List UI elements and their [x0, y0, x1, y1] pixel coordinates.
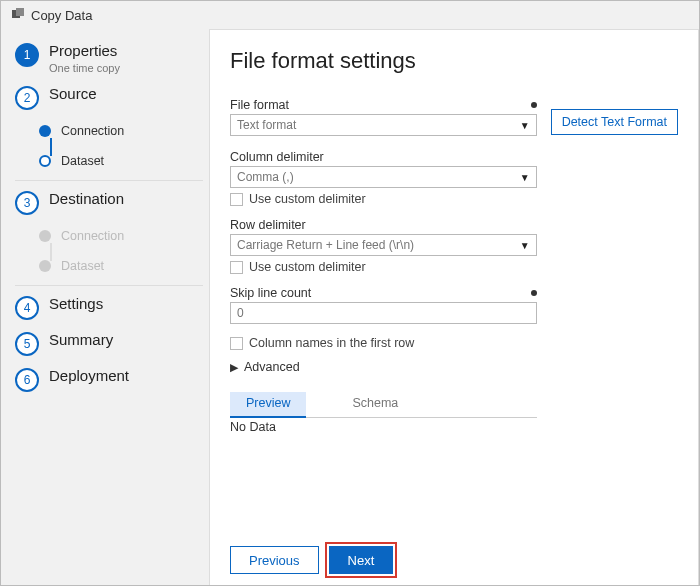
checkbox-box-icon: [230, 337, 243, 350]
step-number-icon: 3: [15, 191, 39, 215]
step-destination[interactable]: 3 Destination: [9, 185, 209, 221]
wizard-footer: Previous Next: [230, 530, 678, 574]
substep-destination-dataset: Dataset: [33, 251, 209, 281]
substep-label: Dataset: [61, 154, 104, 168]
tab-schema[interactable]: Schema: [336, 392, 414, 417]
substep-dot-icon: [39, 230, 51, 242]
row-delimiter-select[interactable]: Carriage Return + Line feed (\r\n) ▼: [230, 234, 537, 256]
row-delimiter-label: Row delimiter: [230, 218, 306, 232]
file-format-select[interactable]: Text format ▼: [230, 114, 537, 136]
checkbox-box-icon: [230, 261, 243, 274]
substep-source-connection[interactable]: Connection: [33, 116, 209, 146]
substep-label: Dataset: [61, 259, 104, 273]
skip-line-input[interactable]: 0: [230, 302, 537, 324]
no-data-message: No Data: [230, 420, 537, 434]
advanced-label: Advanced: [244, 360, 300, 374]
step-properties[interactable]: 1 Properties One time copy: [9, 37, 209, 80]
step-number-icon: 6: [15, 368, 39, 392]
file-format-value: Text format: [237, 118, 296, 132]
wizard-sidebar: 1 Properties One time copy 2 Source Conn…: [1, 29, 209, 586]
skip-line-label: Skip line count: [230, 286, 311, 300]
svg-rect-1: [16, 8, 24, 16]
tab-preview[interactable]: Preview: [230, 392, 306, 418]
step-number-icon: 2: [15, 86, 39, 110]
substep-dot-icon: [39, 260, 51, 272]
result-tabs: Preview Schema: [230, 392, 537, 418]
info-icon[interactable]: [531, 290, 537, 296]
title-bar: Copy Data: [1, 1, 699, 29]
skip-line-value: 0: [237, 306, 244, 320]
step-number-icon: 1: [15, 43, 39, 67]
step-label: Settings: [49, 296, 103, 313]
chevron-down-icon: ▼: [520, 172, 530, 183]
step-number-icon: 5: [15, 332, 39, 356]
substep-dot-icon: [39, 125, 51, 137]
substep-label: Connection: [61, 229, 124, 243]
substep-dot-icon: [39, 155, 51, 167]
app-title: Copy Data: [31, 8, 92, 23]
checkbox-label: Column names in the first row: [249, 336, 414, 350]
column-delimiter-label: Column delimiter: [230, 150, 324, 164]
info-icon[interactable]: [531, 102, 537, 108]
step-settings[interactable]: 4 Settings: [9, 290, 209, 326]
checkbox-label: Use custom delimiter: [249, 260, 366, 274]
file-format-label: File format: [230, 98, 289, 112]
column-delimiter-select[interactable]: Comma (,) ▼: [230, 166, 537, 188]
step-label: Properties: [49, 43, 120, 60]
detect-text-format-button[interactable]: Detect Text Format: [551, 109, 678, 135]
caret-right-icon: ▶: [230, 361, 238, 374]
previous-button[interactable]: Previous: [230, 546, 319, 574]
step-label: Destination: [49, 191, 124, 208]
column-delimiter-value: Comma (,): [237, 170, 294, 184]
step-deployment[interactable]: 6 Deployment: [9, 362, 209, 398]
copy-data-icon: [11, 7, 25, 23]
chevron-down-icon: ▼: [520, 120, 530, 131]
chevron-down-icon: ▼: [520, 240, 530, 251]
substep-label: Connection: [61, 124, 124, 138]
row-custom-delimiter-checkbox[interactable]: Use custom delimiter: [230, 260, 537, 274]
main-panel: File format settings File format Text fo…: [209, 29, 699, 586]
step-label: Source: [49, 86, 97, 103]
page-title: File format settings: [230, 48, 678, 74]
first-row-names-checkbox[interactable]: Column names in the first row: [230, 336, 537, 350]
step-label: Summary: [49, 332, 113, 349]
step-label: Deployment: [49, 368, 129, 385]
column-custom-delimiter-checkbox[interactable]: Use custom delimiter: [230, 192, 537, 206]
step-summary[interactable]: 5 Summary: [9, 326, 209, 362]
step-number-icon: 4: [15, 296, 39, 320]
advanced-expander[interactable]: ▶ Advanced: [230, 360, 537, 374]
step-sublabel: One time copy: [49, 62, 120, 74]
substep-destination-connection: Connection: [33, 221, 209, 251]
substep-source-dataset[interactable]: Dataset: [33, 146, 209, 176]
next-button[interactable]: Next: [329, 546, 394, 574]
row-delimiter-value: Carriage Return + Line feed (\r\n): [237, 238, 414, 252]
checkbox-label: Use custom delimiter: [249, 192, 366, 206]
checkbox-box-icon: [230, 193, 243, 206]
step-source[interactable]: 2 Source: [9, 80, 209, 116]
